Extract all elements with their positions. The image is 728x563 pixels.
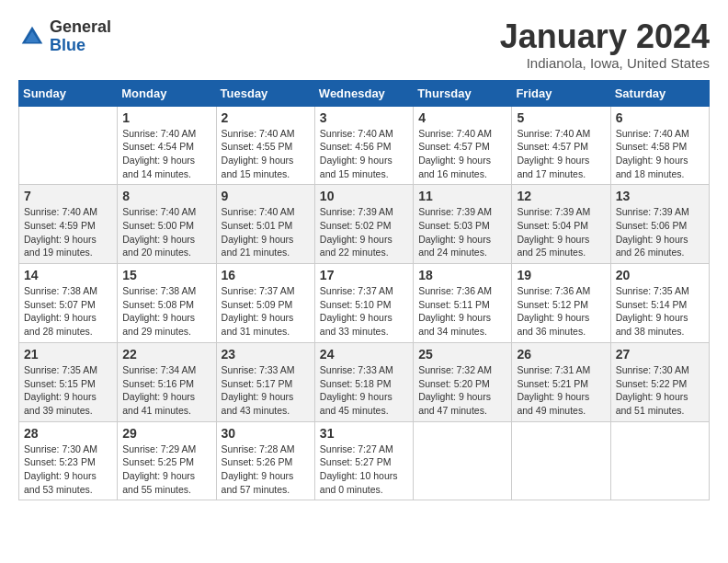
calendar-cell: 22 Sunrise: 7:34 AMSunset: 5:16 PMDaylig…	[118, 342, 216, 421]
day-info: Sunrise: 7:40 AMSunset: 4:57 PMDaylight:…	[418, 127, 506, 181]
day-info: Sunrise: 7:33 AMSunset: 5:18 PMDaylight:…	[320, 363, 408, 418]
logo-general: General	[50, 18, 111, 37]
day-info: Sunrise: 7:33 AMSunset: 5:17 PMDaylight:…	[222, 363, 310, 418]
calendar-cell: 12 Sunrise: 7:39 AMSunset: 5:04 PMDaylig…	[512, 185, 610, 264]
day-info: Sunrise: 7:34 AMSunset: 5:16 PMDaylight:…	[122, 363, 210, 418]
calendar-cell	[414, 421, 512, 500]
logo-blue: Blue	[50, 37, 111, 55]
calendar-cell: 1 Sunrise: 7:40 AMSunset: 4:54 PMDayligh…	[118, 106, 216, 185]
location-subtitle: Indianola, Iowa, United States	[500, 55, 710, 71]
day-number: 21	[24, 347, 112, 362]
calendar-cell: 26 Sunrise: 7:31 AMSunset: 5:21 PMDaylig…	[512, 342, 610, 421]
day-number: 8	[122, 189, 210, 203]
calendar-cell: 5 Sunrise: 7:40 AMSunset: 4:57 PMDayligh…	[512, 106, 610, 185]
day-info: Sunrise: 7:40 AMSunset: 4:55 PMDaylight:…	[222, 127, 310, 181]
calendar-cell: 18 Sunrise: 7:36 AMSunset: 5:11 PMDaylig…	[414, 264, 512, 343]
day-number: 25	[418, 347, 506, 362]
day-info: Sunrise: 7:28 AMSunset: 5:26 PMDaylight:…	[222, 442, 310, 497]
week-row-4: 21 Sunrise: 7:35 AMSunset: 5:15 PMDaylig…	[19, 342, 710, 421]
calendar-cell: 4 Sunrise: 7:40 AMSunset: 4:57 PMDayligh…	[414, 106, 512, 185]
calendar-cell	[610, 421, 709, 500]
calendar-cell: 20 Sunrise: 7:35 AMSunset: 5:14 PMDaylig…	[610, 264, 709, 343]
calendar-cell: 3 Sunrise: 7:40 AMSunset: 4:56 PMDayligh…	[314, 106, 413, 185]
page-header: General Blue January 2024 Indianola, Iow…	[18, 18, 710, 71]
calendar-table: SundayMondayTuesdayWednesdayThursdayFrid…	[18, 80, 710, 501]
calendar-cell	[19, 106, 118, 185]
day-info: Sunrise: 7:30 AMSunset: 5:23 PMDaylight:…	[24, 442, 112, 497]
day-info: Sunrise: 7:39 AMSunset: 5:02 PMDaylight:…	[320, 205, 408, 259]
calendar-cell: 14 Sunrise: 7:38 AMSunset: 5:07 PMDaylig…	[19, 264, 118, 343]
day-info: Sunrise: 7:39 AMSunset: 5:03 PMDaylight:…	[418, 205, 506, 259]
day-info: Sunrise: 7:32 AMSunset: 5:20 PMDaylight:…	[418, 363, 506, 418]
logo-icon	[18, 23, 46, 51]
calendar-cell: 6 Sunrise: 7:40 AMSunset: 4:58 PMDayligh…	[610, 106, 709, 185]
weekday-header-saturday: Saturday	[610, 80, 709, 106]
calendar-cell: 16 Sunrise: 7:37 AMSunset: 5:09 PMDaylig…	[216, 264, 314, 343]
day-number: 11	[418, 189, 506, 203]
weekday-header-tuesday: Tuesday	[216, 80, 314, 106]
day-info: Sunrise: 7:30 AMSunset: 5:22 PMDaylight:…	[616, 363, 704, 418]
calendar-cell: 25 Sunrise: 7:32 AMSunset: 5:20 PMDaylig…	[414, 342, 512, 421]
day-number: 12	[517, 189, 605, 203]
calendar-cell: 19 Sunrise: 7:36 AMSunset: 5:12 PMDaylig…	[512, 264, 610, 343]
weekday-header-sunday: Sunday	[19, 80, 118, 106]
day-info: Sunrise: 7:40 AMSunset: 5:00 PMDaylight:…	[122, 205, 210, 259]
title-block: January 2024 Indianola, Iowa, United Sta…	[500, 18, 710, 71]
weekday-header-wednesday: Wednesday	[314, 80, 413, 106]
calendar-cell: 9 Sunrise: 7:40 AMSunset: 5:01 PMDayligh…	[216, 185, 314, 264]
day-number: 16	[222, 268, 310, 282]
week-row-5: 28 Sunrise: 7:30 AMSunset: 5:23 PMDaylig…	[19, 421, 710, 500]
day-number: 2	[222, 110, 310, 125]
day-info: Sunrise: 7:40 AMSunset: 4:54 PMDaylight:…	[122, 127, 210, 181]
weekday-header-row: SundayMondayTuesdayWednesdayThursdayFrid…	[19, 80, 710, 106]
day-number: 10	[320, 189, 408, 203]
calendar-cell	[512, 421, 610, 500]
day-number: 9	[222, 189, 310, 203]
day-number: 6	[616, 110, 704, 125]
day-number: 18	[418, 268, 506, 282]
week-row-3: 14 Sunrise: 7:38 AMSunset: 5:07 PMDaylig…	[19, 264, 710, 343]
day-number: 17	[320, 268, 408, 282]
calendar-cell: 13 Sunrise: 7:39 AMSunset: 5:06 PMDaylig…	[610, 185, 709, 264]
day-info: Sunrise: 7:36 AMSunset: 5:11 PMDaylight:…	[418, 284, 506, 339]
logo: General Blue	[18, 18, 111, 55]
day-info: Sunrise: 7:40 AMSunset: 4:58 PMDaylight:…	[616, 127, 704, 181]
month-title: January 2024	[500, 18, 710, 55]
day-info: Sunrise: 7:39 AMSunset: 5:06 PMDaylight:…	[616, 205, 704, 259]
logo-text: General Blue	[50, 18, 111, 55]
day-number: 1	[122, 110, 210, 125]
day-info: Sunrise: 7:27 AMSunset: 5:27 PMDaylight:…	[320, 442, 408, 497]
day-number: 20	[616, 268, 704, 282]
calendar-cell: 7 Sunrise: 7:40 AMSunset: 4:59 PMDayligh…	[19, 185, 118, 264]
calendar-cell: 29 Sunrise: 7:29 AMSunset: 5:25 PMDaylig…	[118, 421, 216, 500]
day-number: 31	[320, 426, 408, 441]
day-info: Sunrise: 7:35 AMSunset: 5:14 PMDaylight:…	[616, 284, 704, 339]
calendar-cell: 24 Sunrise: 7:33 AMSunset: 5:18 PMDaylig…	[314, 342, 413, 421]
day-number: 15	[122, 268, 210, 282]
week-row-1: 1 Sunrise: 7:40 AMSunset: 4:54 PMDayligh…	[19, 106, 710, 185]
day-info: Sunrise: 7:39 AMSunset: 5:04 PMDaylight:…	[517, 205, 605, 259]
day-number: 13	[616, 189, 704, 203]
day-info: Sunrise: 7:31 AMSunset: 5:21 PMDaylight:…	[517, 363, 605, 418]
day-number: 7	[24, 189, 112, 203]
day-number: 19	[517, 268, 605, 282]
day-info: Sunrise: 7:40 AMSunset: 5:01 PMDaylight:…	[222, 205, 310, 259]
calendar-cell: 31 Sunrise: 7:27 AMSunset: 5:27 PMDaylig…	[314, 421, 413, 500]
day-info: Sunrise: 7:36 AMSunset: 5:12 PMDaylight:…	[517, 284, 605, 339]
calendar-cell: 27 Sunrise: 7:30 AMSunset: 5:22 PMDaylig…	[610, 342, 709, 421]
day-info: Sunrise: 7:38 AMSunset: 5:08 PMDaylight:…	[122, 284, 210, 339]
day-info: Sunrise: 7:40 AMSunset: 4:56 PMDaylight:…	[320, 127, 408, 181]
day-info: Sunrise: 7:37 AMSunset: 5:10 PMDaylight:…	[320, 284, 408, 339]
calendar-cell: 30 Sunrise: 7:28 AMSunset: 5:26 PMDaylig…	[216, 421, 314, 500]
day-number: 26	[517, 347, 605, 362]
day-info: Sunrise: 7:40 AMSunset: 4:59 PMDaylight:…	[24, 205, 112, 259]
day-number: 27	[616, 347, 704, 362]
day-info: Sunrise: 7:40 AMSunset: 4:57 PMDaylight:…	[517, 127, 605, 181]
calendar-cell: 15 Sunrise: 7:38 AMSunset: 5:08 PMDaylig…	[118, 264, 216, 343]
calendar-cell: 8 Sunrise: 7:40 AMSunset: 5:00 PMDayligh…	[118, 185, 216, 264]
day-number: 22	[122, 347, 210, 362]
day-number: 29	[122, 426, 210, 441]
calendar-cell: 28 Sunrise: 7:30 AMSunset: 5:23 PMDaylig…	[19, 421, 118, 500]
day-number: 14	[24, 268, 112, 282]
day-number: 23	[222, 347, 310, 362]
